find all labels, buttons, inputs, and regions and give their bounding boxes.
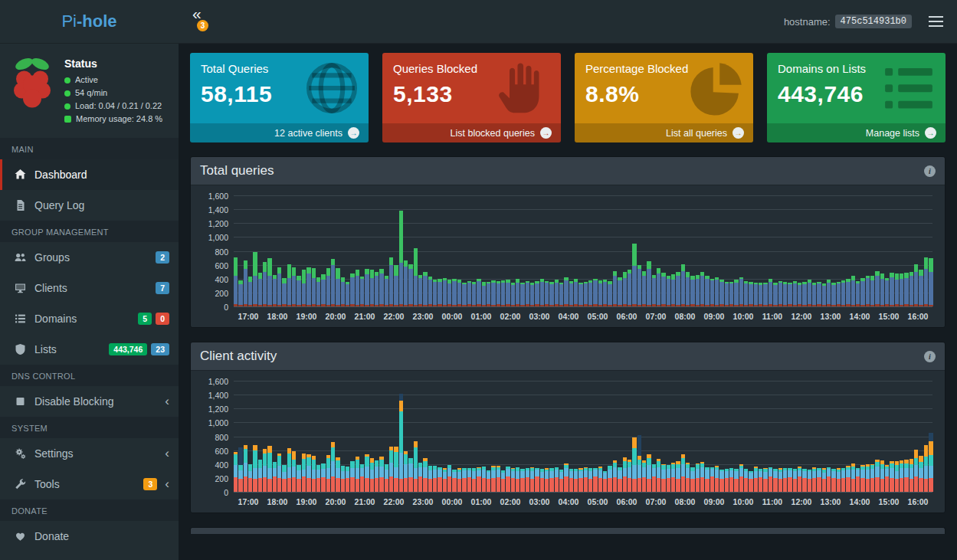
- chart-bar[interactable]: [472, 196, 476, 306]
- chart-bar[interactable]: [574, 382, 578, 492]
- chart-bar[interactable]: [379, 382, 383, 492]
- chart-bar[interactable]: [404, 382, 408, 492]
- chart-bar[interactable]: [244, 196, 247, 306]
- chart-bar[interactable]: [321, 196, 325, 306]
- chart-bar[interactable]: [370, 382, 374, 492]
- chart-bar[interactable]: [447, 196, 451, 306]
- chart-bar[interactable]: [603, 196, 607, 306]
- chart-bar[interactable]: [482, 196, 486, 306]
- chart-bar[interactable]: [608, 382, 611, 492]
- chart-bar[interactable]: [457, 196, 461, 306]
- chart-bar[interactable]: [487, 382, 490, 492]
- chart-bar[interactable]: [798, 196, 801, 306]
- chart-bar[interactable]: [365, 382, 369, 492]
- sidebar-item-donate[interactable]: Donate: [0, 521, 179, 552]
- notification-badge[interactable]: 3: [197, 20, 208, 31]
- chart-bar[interactable]: [584, 382, 588, 492]
- blocked-queries-link[interactable]: List blocked queries →: [382, 123, 561, 142]
- chart-bar[interactable]: [841, 196, 845, 306]
- chart-bar[interactable]: [234, 196, 238, 306]
- chart-bar[interactable]: [885, 196, 889, 306]
- chart-bar[interactable]: [321, 382, 325, 492]
- chart-bar[interactable]: [856, 196, 860, 306]
- chart-bar[interactable]: [306, 196, 310, 306]
- chart-bar[interactable]: [520, 196, 524, 306]
- chart-bar[interactable]: [802, 382, 806, 492]
- chart-bar[interactable]: [681, 382, 685, 492]
- sidebar-item-clients[interactable]: Clients 7: [0, 273, 179, 303]
- chart-bar[interactable]: [287, 382, 291, 492]
- chart-bar[interactable]: [705, 196, 709, 306]
- chart-bar[interactable]: [710, 382, 714, 492]
- chart-bar[interactable]: [418, 382, 422, 492]
- chart-bar[interactable]: [530, 382, 534, 492]
- chart-bar[interactable]: [375, 196, 379, 306]
- all-queries-link[interactable]: List all queries →: [575, 123, 753, 142]
- chart-bar[interactable]: [487, 196, 490, 306]
- chart-bar[interactable]: [433, 382, 437, 492]
- chart-bar[interactable]: [501, 196, 505, 306]
- chart-bar[interactable]: [856, 382, 860, 492]
- chart-bar[interactable]: [477, 196, 480, 306]
- chart-bar[interactable]: [438, 382, 441, 492]
- chart-bar[interactable]: [297, 196, 300, 306]
- chart-bar[interactable]: [729, 196, 733, 306]
- chart-bar[interactable]: [491, 382, 495, 492]
- chart-bar[interactable]: [715, 382, 719, 492]
- chart-bar[interactable]: [346, 382, 349, 492]
- chart-bar[interactable]: [462, 382, 466, 492]
- chart-bar[interactable]: [443, 196, 447, 306]
- chart-bar[interactable]: [623, 196, 627, 306]
- chart-bar[interactable]: [516, 196, 519, 306]
- chart-bar[interactable]: [549, 196, 553, 306]
- chart-bar[interactable]: [316, 196, 320, 306]
- chart-bar[interactable]: [890, 382, 893, 492]
- chart-bar[interactable]: [744, 196, 748, 306]
- chart-bar[interactable]: [647, 196, 651, 306]
- chart-bar[interactable]: [341, 382, 345, 492]
- chart-bar[interactable]: [438, 196, 441, 306]
- chart-bar[interactable]: [501, 382, 505, 492]
- chart-bar[interactable]: [637, 382, 641, 492]
- chart-bar[interactable]: [350, 382, 354, 492]
- chart-bar[interactable]: [676, 382, 680, 492]
- chart-bar[interactable]: [831, 196, 835, 306]
- chart-bar[interactable]: [506, 196, 510, 306]
- chart-bar[interactable]: [336, 196, 339, 306]
- chart-bar[interactable]: [316, 382, 320, 492]
- chart-bar[interactable]: [559, 196, 563, 306]
- chart-bar[interactable]: [452, 196, 456, 306]
- chart-bar[interactable]: [783, 196, 787, 306]
- chart-bar[interactable]: [423, 382, 427, 492]
- chart-bar[interactable]: [545, 382, 549, 492]
- chart-bar[interactable]: [511, 196, 515, 306]
- chart-bar[interactable]: [628, 196, 631, 306]
- chart-bar[interactable]: [642, 382, 646, 492]
- info-icon[interactable]: i: [924, 165, 936, 177]
- chart-bar[interactable]: [793, 382, 797, 492]
- chart-bar[interactable]: [788, 382, 791, 492]
- chart-bar[interactable]: [924, 382, 928, 492]
- chart-bar[interactable]: [394, 196, 398, 306]
- chart-bar[interactable]: [238, 382, 242, 492]
- chart-bar[interactable]: [763, 382, 767, 492]
- chart-bar[interactable]: [729, 382, 733, 492]
- chart-bar[interactable]: [399, 382, 403, 492]
- chart-bar[interactable]: [696, 196, 700, 306]
- chart-bar[interactable]: [880, 196, 884, 306]
- chart-bar[interactable]: [263, 196, 267, 306]
- chart-bar[interactable]: [273, 196, 277, 306]
- chart-bar[interactable]: [535, 382, 539, 492]
- chart-bar[interactable]: [900, 196, 903, 306]
- chart-bar[interactable]: [375, 382, 379, 492]
- chart-bar[interactable]: [827, 382, 831, 492]
- chart-bar[interactable]: [817, 196, 821, 306]
- chart-bar[interactable]: [628, 382, 631, 492]
- chart-bar[interactable]: [569, 196, 573, 306]
- chart-bar[interactable]: [312, 382, 316, 492]
- chart-bar[interactable]: [895, 196, 899, 306]
- chart-bar[interactable]: [598, 196, 602, 306]
- chart-bar[interactable]: [798, 382, 801, 492]
- chart-bar[interactable]: [773, 382, 777, 492]
- chart-bar[interactable]: [904, 196, 908, 306]
